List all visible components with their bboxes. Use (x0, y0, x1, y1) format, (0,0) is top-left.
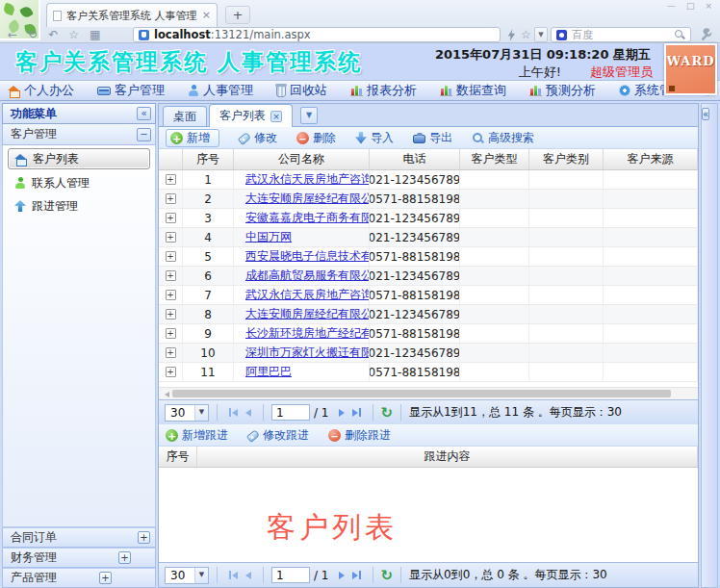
row-expand-icon[interactable]: + (166, 193, 176, 204)
sidebar-item-0[interactable]: 客户列表 (8, 148, 150, 169)
follow-column-header-0[interactable]: 序号 (159, 447, 197, 467)
browser-tab[interactable]: 客户关系管理系统 人事管理系 × (46, 3, 218, 27)
sidebar-section-1[interactable]: 财务管理+ (2, 548, 156, 568)
last-page-button[interactable] (348, 571, 365, 579)
scroll-left-icon[interactable] (162, 392, 169, 397)
menubar-item-6[interactable]: 预测分析 (529, 82, 596, 99)
bookmark-star-icon[interactable]: ☆ (68, 27, 79, 42)
first-page-button[interactable] (225, 408, 242, 417)
lightning-icon[interactable] (507, 27, 516, 42)
scrollbar-thumb[interactable] (172, 390, 671, 397)
company-link[interactable]: 武汉永信天辰房地产咨询有限公司 (245, 287, 370, 303)
row-expand-icon[interactable]: + (166, 347, 176, 358)
toolbar-button-1[interactable]: 修改 (239, 130, 277, 146)
shield-icon[interactable] (139, 30, 149, 40)
menubar-item-0[interactable]: 个人办公 (8, 82, 74, 99)
horizontal-scrollbar[interactable] (159, 387, 698, 399)
expand-section-icon[interactable]: + (99, 572, 112, 584)
first-page-button[interactable] (225, 571, 242, 579)
table-row[interactable]: +3安徽嘉嘉虎电子商务有限公司021-123456789 (159, 209, 698, 228)
reload-icon[interactable]: ↻ (28, 27, 38, 42)
sidebar-item-1[interactable]: 联系人管理 (3, 171, 155, 194)
company-link[interactable]: 大连安顺房屋经纪有限公司 (245, 191, 370, 207)
sidebar-section-customer[interactable]: 客户管理 − (2, 124, 156, 145)
next-page-button[interactable] (335, 409, 348, 417)
table-row[interactable]: +5西安晨晓电子信息技术有限公司0571-88158198 (159, 247, 698, 267)
table-row[interactable]: +1武汉永信天辰房地产咨询有限公司021-123456789 (159, 170, 698, 190)
user-role-link[interactable]: 超级管理员 (590, 64, 653, 81)
toolbar-button-3[interactable]: 导入 (355, 130, 394, 146)
follow-toolbar-button-2[interactable]: 删除跟进 (328, 427, 391, 444)
toolbar-button-4[interactable]: 导出 (413, 130, 452, 146)
page-number-input[interactable] (271, 567, 310, 583)
table-row[interactable]: +2大连安顺房屋经纪有限公司0571-88158198 (159, 190, 698, 209)
follow-toolbar-button-0[interactable]: 新增跟进 (166, 427, 228, 444)
row-expand-icon[interactable]: + (166, 270, 176, 281)
table-row[interactable]: +6成都高航贸易服务有限公司021-123456789 (159, 267, 698, 286)
next-page-button[interactable] (335, 572, 348, 579)
expand-section-icon[interactable]: + (118, 551, 131, 564)
panel-collapse-icon[interactable]: « (702, 108, 709, 120)
chevron-down-icon[interactable]: ▼ (534, 27, 548, 42)
toolbar-button-2[interactable]: 删除 (296, 130, 336, 146)
page-size-select[interactable]: 30 ▼ (165, 567, 209, 584)
maximize-icon[interactable]: □ (686, 1, 695, 11)
follow-toolbar-button-1[interactable]: 修改跟进 (247, 427, 309, 444)
menubar-item-3[interactable]: 回收站 (276, 82, 327, 99)
row-expand-icon[interactable]: + (166, 213, 176, 223)
table-row[interactable]: +10深圳市万家灯火搬迁有限公司021-123456789 (159, 344, 698, 363)
browser-search-box[interactable]: 百度 (551, 27, 691, 42)
tab-list-dropdown-icon[interactable]: ▼ (300, 107, 318, 124)
page-size-select[interactable]: 30 ▼ (165, 404, 209, 422)
row-expand-icon[interactable]: + (166, 367, 176, 377)
toolbar-button-0[interactable]: 新增 (166, 129, 219, 147)
company-link[interactable]: 安徽嘉嘉虎电子商务有限公司 (245, 210, 370, 226)
follow-column-header-1[interactable]: 跟进内容 (197, 447, 698, 467)
prev-page-button[interactable] (242, 572, 255, 579)
tab-close-icon[interactable]: × (202, 11, 211, 20)
company-link[interactable]: 阿里巴巴 (245, 364, 292, 380)
user-avatar[interactable]: WARD (664, 43, 717, 95)
tab-close-icon[interactable]: × (270, 111, 282, 122)
table-row[interactable]: +7武汉永信天辰房地产咨询有限公司0571-88158198 (159, 286, 698, 305)
expand-section-icon[interactable]: + (138, 531, 150, 544)
page-number-input[interactable] (271, 404, 310, 421)
minimize-icon[interactable]: — (667, 1, 676, 11)
column-header-2[interactable]: 电话 (370, 149, 460, 169)
close-icon[interactable]: × (705, 1, 712, 11)
sidebar-item-2[interactable]: 跟进管理 (3, 194, 155, 217)
column-header-3[interactable]: 客户类型 (460, 149, 529, 169)
row-expand-icon[interactable]: + (166, 309, 176, 320)
table-row[interactable]: +11阿里巴巴0571-88158198 (159, 363, 698, 382)
last-page-button[interactable] (348, 408, 365, 417)
menubar-item-2[interactable]: 人事管理 (188, 82, 253, 99)
table-row[interactable]: +9长沙新环境房地产经纪有限公司0571-88158198 (159, 324, 698, 344)
collapse-section-icon[interactable]: − (137, 128, 151, 141)
panels-icon[interactable]: ▦ (90, 27, 100, 42)
company-link[interactable]: 西安晨晓电子信息技术有限公司 (245, 248, 370, 265)
row-expand-icon[interactable]: + (166, 251, 176, 262)
table-row[interactable]: +8大连安顺房屋经纪有限公司021-123456789 (159, 305, 698, 324)
company-link[interactable]: 中国万网 (245, 229, 292, 245)
url-bar[interactable]: localhost:13121/main.aspx (133, 27, 501, 42)
sidebar-section-0[interactable]: 合同订单+ (2, 527, 156, 548)
wrench-icon[interactable] (699, 27, 712, 42)
new-tab-button[interactable]: + (225, 6, 250, 24)
table-row[interactable]: +4中国万网021-123456789 (159, 228, 698, 247)
company-link[interactable]: 长沙新环境房地产经纪有限公司 (245, 325, 370, 342)
company-link[interactable]: 武汉永信天辰房地产咨询有限公司 (245, 171, 370, 188)
star-icon[interactable]: ☆ (521, 27, 531, 42)
sidebar-collapse-icon[interactable]: « (137, 107, 151, 120)
company-link[interactable]: 深圳市万家灯火搬迁有限公司 (245, 345, 370, 361)
column-header-1[interactable]: 公司名称 (234, 149, 370, 169)
toolbar-button-5[interactable]: 高级搜索 (472, 130, 534, 146)
refresh-icon[interactable]: ↻ (381, 568, 394, 583)
row-expand-icon[interactable]: + (166, 232, 176, 243)
row-expand-icon[interactable]: + (166, 290, 176, 300)
row-expand-icon[interactable]: + (166, 328, 176, 339)
refresh-icon[interactable]: ↻ (381, 405, 394, 421)
menubar-item-4[interactable]: 报表分析 (350, 82, 417, 99)
company-link[interactable]: 成都高航贸易服务有限公司 (245, 268, 370, 284)
sidebar-section-2[interactable]: 产品管理+ (2, 568, 156, 588)
back-icon[interactable]: ← (8, 27, 17, 42)
